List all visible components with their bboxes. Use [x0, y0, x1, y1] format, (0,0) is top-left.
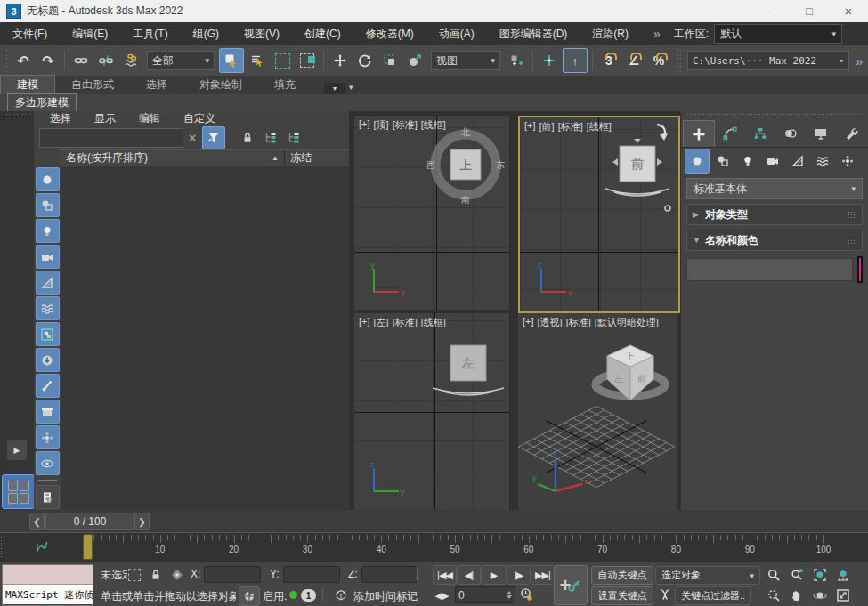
set-key-button[interactable]: 设置关键点	[591, 586, 653, 605]
explorer-menu-customize[interactable]: 自定义	[183, 111, 215, 126]
scene-object-list[interactable]	[61, 166, 349, 536]
zoom-all-button[interactable]	[787, 566, 807, 584]
viewport-shading-label[interactable]: [线框]	[421, 118, 446, 132]
current-frame-spinner[interactable]: 0	[455, 586, 515, 603]
selection-lock-button[interactable]	[146, 566, 166, 584]
coord-y-field[interactable]	[283, 566, 340, 583]
menu-graph-editors[interactable]: 图形编辑器(D)	[487, 22, 580, 45]
display-spacewarps-filter-button[interactable]	[36, 296, 60, 320]
select-and-move-button[interactable]	[329, 49, 352, 72]
viewport-perspective[interactable]: [+] [透视] [标准] [默认明暗处理]	[518, 313, 677, 510]
object-name-field[interactable]	[686, 258, 853, 281]
time-slider-marker[interactable]	[83, 534, 93, 560]
select-by-name-button[interactable]	[246, 49, 269, 72]
redo-button[interactable]: ↷	[37, 49, 60, 72]
angle-snap-button[interactable]: ∠	[622, 49, 645, 72]
coord-x-field[interactable]	[204, 566, 261, 583]
display-visibility-filter-button[interactable]	[36, 451, 60, 475]
menu-create[interactable]: 创建(C)	[292, 22, 353, 45]
viewport-style-label[interactable]: [标准]	[566, 316, 591, 329]
workspace-dropdown[interactable]: 默认 ▾	[714, 24, 842, 44]
viewport-shading-label[interactable]: [线框]	[587, 120, 612, 133]
selection-filter-dropdown[interactable]: 全部▾	[147, 51, 215, 70]
primitive-type-dropdown[interactable]: 标准基本体 ▾	[686, 178, 863, 199]
spinner-sliver[interactable]	[417, 567, 423, 581]
display-helpers-filter-button[interactable]	[36, 271, 60, 295]
tab-motion[interactable]	[775, 120, 806, 147]
filter-button[interactable]	[202, 126, 225, 149]
explorer-menu-select[interactable]: 选择	[50, 111, 71, 126]
next-frame-button[interactable]: ❯	[134, 513, 150, 530]
viewcube[interactable]: 前	[602, 119, 677, 217]
expand-panel-button[interactable]: ▶	[7, 440, 27, 460]
select-and-scale-button[interactable]	[378, 49, 402, 72]
viewport-name-label[interactable]: [顶]	[374, 118, 389, 132]
time-slider-band[interactable]: ❮ 0 / 100 ❯	[0, 510, 868, 533]
viewport-style-label[interactable]: [标准]	[393, 118, 418, 132]
select-and-manipulate-button[interactable]	[538, 49, 561, 72]
viewport-name-label[interactable]: [前]	[539, 120, 555, 133]
tab-freeform[interactable]: 自由形式	[55, 76, 130, 94]
region-zoom-button[interactable]	[764, 586, 783, 604]
viewport-name-label[interactable]: [透视]	[538, 316, 563, 329]
degradation-badge[interactable]: 1	[301, 589, 316, 602]
spinner-arrows-icon[interactable]	[507, 591, 512, 599]
undo-button[interactable]: ↶	[12, 49, 35, 72]
go-to-end-button[interactable]: ▶▶|	[531, 565, 555, 585]
viewport-top[interactable]: [+] [顶] [标准] [线框] 上 北 南 东 西 y x	[354, 116, 509, 310]
viewport-shading-label[interactable]: [默认明暗处理]	[595, 316, 659, 329]
menu-modifiers[interactable]: 修改器(M)	[353, 22, 426, 45]
menu-views[interactable]: 视图(V)	[231, 22, 292, 45]
category-shapes-button[interactable]	[711, 149, 734, 173]
next-frame-button[interactable]: |▶	[507, 565, 531, 585]
viewport-menu-plus[interactable]: [+]	[359, 316, 370, 329]
viewport-name-label[interactable]: [左]	[374, 316, 389, 329]
use-pivot-center-button[interactable]	[505, 49, 528, 72]
tab-create[interactable]	[683, 120, 715, 147]
display-containers-filter-button[interactable]	[36, 400, 60, 424]
viewport-menu-plus[interactable]: [+]	[523, 316, 534, 329]
zoom-button[interactable]	[764, 566, 783, 584]
maxscript-listener-pane[interactable]: MAXScript 迷你侦听器	[3, 585, 93, 604]
tab-selection[interactable]: 选择	[130, 76, 183, 94]
tab-utilities[interactable]	[836, 120, 866, 147]
category-spacewarps-button[interactable]	[811, 149, 834, 173]
maximize-viewport-button[interactable]	[833, 586, 853, 604]
viewport-front[interactable]: [+] [前] [标准] [线框] 前 z x	[518, 116, 680, 313]
select-and-rotate-button[interactable]	[353, 49, 377, 72]
toolbar-grip[interactable]	[677, 49, 682, 72]
set-keys-button[interactable]: +	[554, 565, 588, 605]
project-folder-dropdown[interactable]: C:\Users\··· Max 2022▾	[687, 51, 849, 70]
tab-modeling[interactable]: 建模	[0, 75, 55, 94]
previous-frame-button[interactable]: ◀|	[457, 565, 481, 585]
clear-search-icon[interactable]: ×	[183, 131, 201, 145]
display-xrefs-filter-button[interactable]	[36, 348, 60, 372]
explorer-overflow-icon[interactable]: »	[46, 493, 52, 505]
menu-tools[interactable]: 工具(T)	[120, 22, 180, 45]
expand-tree-button[interactable]	[260, 127, 281, 149]
zoom-extents-button[interactable]	[810, 566, 830, 584]
select-and-place-button[interactable]	[403, 49, 426, 72]
viewport-left[interactable]: [+] [左] [标准] [线框] 左 z y	[354, 313, 509, 510]
toolbar-grip[interactable]	[3, 49, 8, 72]
previous-frame-button[interactable]: ❮	[29, 513, 45, 530]
object-color-swatch[interactable]	[857, 256, 863, 283]
rectangular-selection-region-button[interactable]	[271, 49, 294, 72]
tab-display[interactable]	[806, 120, 836, 147]
menu-animation[interactable]: 动画(A)	[426, 22, 487, 45]
display-shapes-filter-button[interactable]	[36, 193, 60, 217]
add-time-tag[interactable]: 添加时间标记	[353, 589, 418, 604]
lock-explorer-button[interactable]	[237, 127, 258, 149]
display-lights-filter-button[interactable]	[36, 219, 60, 243]
app-logo-icon[interactable]: 3	[6, 4, 21, 19]
coord-z-field[interactable]	[361, 566, 418, 583]
viewport-shading-label[interactable]: [线框]	[421, 316, 446, 329]
viewcube[interactable]: 上 北 南 东 西	[424, 123, 507, 206]
ribbon-minimize-button[interactable]: ▾	[324, 83, 345, 94]
maxscript-mini-listener[interactable]: MAXScript 迷你侦听器	[2, 564, 93, 606]
rollout-object-type[interactable]: ▶ 对象类型	[686, 204, 863, 225]
keyboard-shortcut-override-button[interactable]: ↑	[563, 48, 588, 73]
mini-curve-editor-button[interactable]	[30, 536, 53, 559]
tab-modify[interactable]	[715, 120, 745, 147]
viewport-layout-tabs-button[interactable]	[2, 474, 35, 509]
